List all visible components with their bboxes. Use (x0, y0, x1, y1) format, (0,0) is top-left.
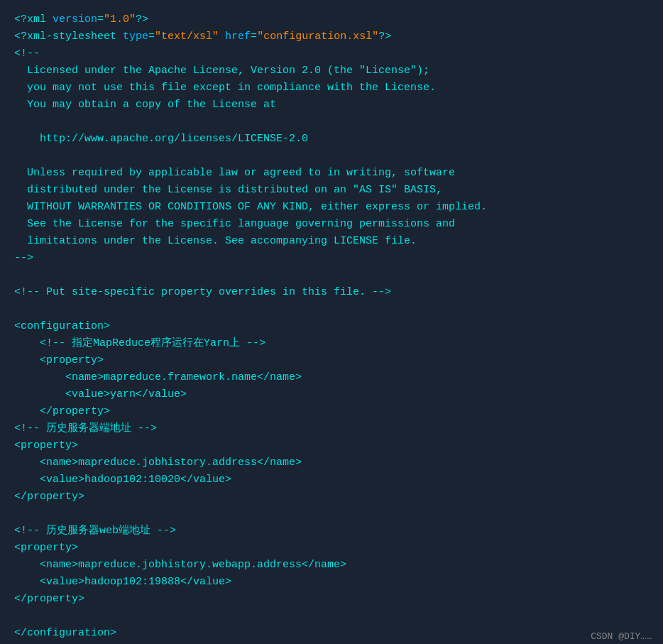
watermark: CSDN @DIY…… (591, 630, 652, 644)
code-content: <?xml version="1.0"?> <?xml-stylesheet t… (14, 11, 649, 642)
